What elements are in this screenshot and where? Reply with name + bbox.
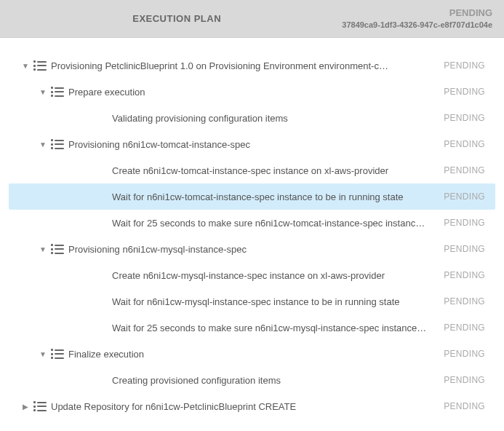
tree-row[interactable]: Prepare executionPENDING xyxy=(9,79,495,105)
status-badge: PENDING xyxy=(444,296,489,307)
tree-row-label: Wait for 25 seconds to make sure n6ni1cw… xyxy=(112,218,432,229)
tree-row-main: Provisioning n6ni1cw-mysql-instance-spec xyxy=(9,244,444,255)
status-badge: PENDING xyxy=(444,270,489,280)
chevron-right-icon[interactable] xyxy=(20,403,31,411)
tree-row-label: Create n6ni1cw-mysql-instance-spec insta… xyxy=(112,270,392,281)
execution-tree: Provisioning PetclinicBlueprint 1.0 on P… xyxy=(0,38,504,430)
tree-row[interactable]: Finalize executionPENDING xyxy=(9,341,495,367)
tree-row-main: Prepare execution xyxy=(9,87,444,98)
status-badge: PENDING xyxy=(444,323,489,333)
tree-row-main: Wait for n6ni1cw-tomcat-instance-spec in… xyxy=(9,191,444,202)
status-badge: PENDING xyxy=(444,139,489,149)
tree-row-main: Create n6ni1cw-tomcat-instance-spec inst… xyxy=(9,165,444,176)
status-badge: PENDING xyxy=(444,87,489,97)
tree-row[interactable]: Provisioning n6ni1cw-tomcat-instance-spe… xyxy=(9,131,495,157)
tree-row-label: Update Repository for n6ni1cw-PetclinicB… xyxy=(51,401,303,412)
status-badge: PENDING xyxy=(444,218,489,228)
tree-row-main: Provisioning n6ni1cw-tomcat-instance-spe… xyxy=(9,139,444,150)
tree-row[interactable]: Validating provisioning configuration it… xyxy=(9,105,495,131)
tree-row-main: Provisioning PetclinicBlueprint 1.0 on P… xyxy=(9,60,444,71)
tree-row[interactable]: Provisioning n6ni1cw-mysql-instance-spec… xyxy=(9,236,495,262)
tree-row[interactable]: Provisioning PetclinicBlueprint 1.0 on P… xyxy=(9,52,495,79)
list-icon xyxy=(51,139,64,149)
tree-row[interactable]: Wait for n6ni1cw-mysql-instance-spec ins… xyxy=(9,288,495,315)
header-meta: PENDING 37849ca9-1df3-4326-947c-e8f707d1… xyxy=(342,7,492,30)
tree-row[interactable]: Create n6ni1cw-mysql-instance-spec insta… xyxy=(9,262,495,288)
tree-row[interactable]: Creating provisioned configuration items… xyxy=(9,367,495,393)
list-icon xyxy=(51,87,64,97)
tree-row[interactable]: Wait for n6ni1cw-tomcat-instance-spec in… xyxy=(9,183,495,210)
header-uuid: 37849ca9-1df3-4326-947c-e8f707d1c04e xyxy=(342,20,492,30)
list-icon xyxy=(33,60,47,71)
chevron-down-icon[interactable] xyxy=(38,245,48,253)
tree-row-main: Update Repository for n6ni1cw-PetclinicB… xyxy=(9,401,444,412)
list-icon xyxy=(33,401,47,411)
chevron-down-icon[interactable] xyxy=(38,350,48,358)
tree-row-label: Creating provisioned configuration items xyxy=(112,375,288,386)
tree-row-label: Create n6ni1cw-tomcat-instance-spec inst… xyxy=(112,165,396,176)
tree-row-main: Wait for 25 seconds to make sure n6ni1cw… xyxy=(9,323,444,333)
status-badge: PENDING xyxy=(444,349,489,359)
tree-row-main: Wait for n6ni1cw-mysql-instance-spec ins… xyxy=(9,296,444,307)
tree-row-label: Prepare execution xyxy=(68,87,153,98)
chevron-down-icon[interactable] xyxy=(38,88,48,96)
list-icon xyxy=(51,349,64,359)
header-status: PENDING xyxy=(342,7,492,20)
tree-row-label: Wait for n6ni1cw-mysql-instance-spec ins… xyxy=(112,296,407,307)
tree-row-main: Finalize execution xyxy=(9,349,444,360)
status-badge: PENDING xyxy=(444,401,489,411)
status-badge: PENDING xyxy=(444,165,489,175)
status-badge: PENDING xyxy=(444,375,489,385)
chevron-down-icon[interactable] xyxy=(20,62,31,70)
tree-row[interactable]: Wait for 25 seconds to make sure n6ni1cw… xyxy=(9,315,495,341)
tree-row-label: Provisioning n6ni1cw-tomcat-instance-spe… xyxy=(68,139,257,150)
tree-row[interactable]: Create n6ni1cw-tomcat-instance-spec inst… xyxy=(9,157,495,183)
tree-row-label: Provisioning n6ni1cw-mysql-instance-spec xyxy=(68,244,254,255)
execution-plan-header: EXECUTION PLAN PENDING 37849ca9-1df3-432… xyxy=(0,0,504,38)
tree-row-main: Validating provisioning configuration it… xyxy=(9,113,444,124)
tree-row-label: Finalize execution xyxy=(68,349,151,360)
list-icon xyxy=(51,244,64,254)
tree-row-label: Wait for 25 seconds to make sure n6ni1cw… xyxy=(112,323,433,333)
status-badge: PENDING xyxy=(444,113,489,123)
tree-row[interactable]: Update Repository for n6ni1cw-PetclinicB… xyxy=(9,393,495,419)
tree-row-main: Wait for 25 seconds to make sure n6ni1cw… xyxy=(9,218,444,229)
header-title: EXECUTION PLAN xyxy=(12,13,342,24)
tree-row-label: Wait for n6ni1cw-tomcat-instance-spec in… xyxy=(112,191,411,202)
tree-row-label: Validating provisioning configuration it… xyxy=(112,113,295,124)
tree-row-main: Create n6ni1cw-mysql-instance-spec insta… xyxy=(9,270,444,281)
status-badge: PENDING xyxy=(444,244,489,254)
tree-row-main: Creating provisioned configuration items xyxy=(9,375,444,386)
status-badge: PENDING xyxy=(444,191,489,202)
tree-row[interactable]: Wait for 25 seconds to make sure n6ni1cw… xyxy=(9,210,495,236)
chevron-down-icon[interactable] xyxy=(38,141,48,149)
status-badge: PENDING xyxy=(444,60,489,71)
tree-row-label: Provisioning PetclinicBlueprint 1.0 on P… xyxy=(51,60,396,71)
